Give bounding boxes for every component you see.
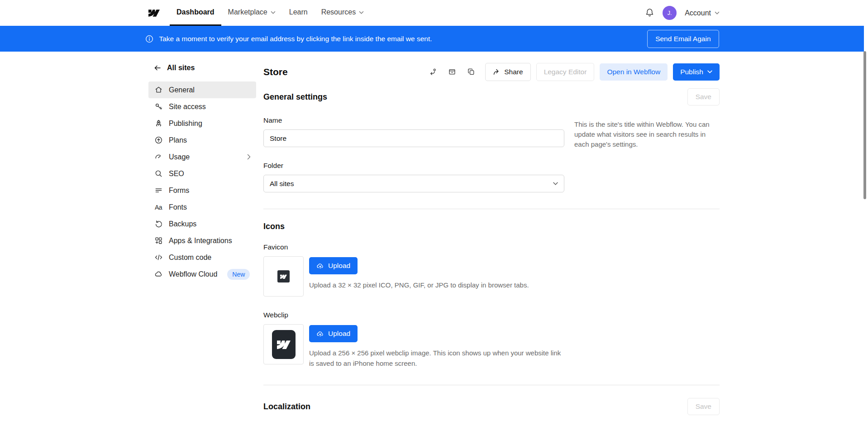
sidebar-item-label: Backups [169, 220, 196, 228]
nav-label: Dashboard [176, 8, 215, 16]
settings-sidebar: All sites General Site access Publishing… [148, 62, 256, 426]
webflow-logo-icon[interactable] [148, 0, 160, 26]
sidebar-item-site-access[interactable]: Site access [148, 98, 256, 115]
banner-message: Take a moment to verify your email addre… [159, 35, 432, 43]
upload-cloud-icon [316, 262, 324, 270]
nav-tab-learn[interactable]: Learn [282, 0, 315, 26]
localization-save-button[interactable]: Save [687, 398, 720, 415]
sidebar-item-label: Webflow Cloud [169, 270, 217, 278]
share-button[interactable]: Share [485, 63, 530, 81]
favicon-preview [263, 256, 304, 297]
page-title: Store [263, 67, 288, 77]
localization-heading: Localization [263, 402, 310, 412]
sidebar-item-label: Apps & Integrations [169, 237, 232, 245]
sidebar-item-label: Custom code [169, 254, 211, 262]
favicon-image [277, 270, 290, 282]
sidebar-item-label: Usage [169, 153, 190, 161]
folder-label: Folder [263, 162, 564, 170]
sidebar-item-apps-integrations[interactable]: Apps & Integrations [148, 232, 256, 249]
section-divider [263, 385, 720, 385]
sidebar-item-webflow-cloud[interactable]: Webflow Cloud New [148, 266, 256, 282]
sidebar-item-forms[interactable]: Forms [148, 182, 256, 199]
favicon-label: Favicon [263, 243, 720, 251]
open-in-webflow-button[interactable]: Open in Webflow [600, 63, 668, 81]
sidebar-item-label: Forms [169, 187, 189, 195]
grid-plus-icon [154, 236, 163, 245]
arrow-left-icon [153, 63, 162, 72]
site-name-input[interactable] [263, 129, 564, 147]
name-help-text: This is the site's title within Webflow.… [574, 116, 720, 149]
account-label: Account [685, 9, 711, 17]
sidebar-item-general[interactable]: General [148, 81, 256, 98]
sidebar-item-label: Site access [169, 103, 206, 111]
notifications-bell-icon[interactable] [645, 8, 654, 18]
general-settings-heading: General settings [263, 92, 327, 102]
sidebar-item-label: Publishing [169, 120, 202, 128]
sidebar-item-fonts[interactable]: Aa Fonts [148, 199, 256, 215]
sidebar-item-label: Fonts [169, 203, 187, 211]
nav-label: Marketplace [228, 8, 267, 16]
upload-cloud-icon [316, 330, 324, 338]
chevron-down-icon [553, 182, 558, 185]
fonts-icon: Aa [154, 203, 163, 212]
sidebar-item-seo[interactable]: SEO [148, 165, 256, 182]
nav-label: Resources [321, 8, 356, 16]
webclip-help-text: Upload a 256 × 256 pixel webclip image. … [309, 348, 563, 369]
name-label: Name [263, 116, 564, 124]
chevron-right-icon [247, 154, 251, 160]
rocket-icon [154, 119, 163, 128]
chevron-down-icon [271, 11, 276, 14]
sidebar-item-publishing[interactable]: Publishing [148, 115, 256, 132]
nav-tab-marketplace[interactable]: Marketplace [221, 0, 282, 26]
general-save-button[interactable]: Save [687, 88, 720, 105]
chevron-down-icon [707, 70, 712, 73]
home-icon [154, 86, 163, 95]
sidebar-item-label: SEO [169, 170, 184, 178]
sidebar-item-label: General [169, 86, 195, 94]
archive-icon[interactable] [445, 65, 459, 79]
share-icon [493, 68, 500, 76]
scrollbar-thumb[interactable] [863, 51, 866, 199]
transfer-site-icon[interactable] [426, 65, 440, 79]
webclip-preview [263, 324, 304, 364]
webclip-upload-button[interactable]: Upload [309, 325, 358, 342]
key-icon [154, 102, 163, 111]
webclip-label: Webclip [263, 311, 720, 319]
sidebar-item-custom-code[interactable]: Custom code [148, 249, 256, 266]
sidebar-item-usage[interactable]: Usage [148, 148, 256, 165]
duplicate-icon[interactable] [464, 65, 478, 79]
section-divider [263, 209, 720, 209]
sidebar-item-label: Plans [169, 136, 187, 144]
webclip-image [272, 330, 296, 359]
send-email-again-button[interactable]: Send Email Again [647, 30, 719, 48]
top-navigation: Dashboard Marketplace Learn Resources J.… [0, 0, 868, 26]
chevron-down-icon [715, 11, 720, 14]
account-menu[interactable]: Account [685, 9, 720, 17]
history-icon [154, 220, 163, 229]
favicon-upload-button[interactable]: Upload [309, 257, 358, 274]
cloud-icon [154, 270, 163, 279]
nav-label: Learn [289, 8, 308, 16]
chevron-down-icon [359, 11, 364, 14]
gauge-icon [154, 153, 163, 162]
email-verification-banner: Take a moment to verify your email addre… [0, 26, 864, 52]
nav-tab-dashboard[interactable]: Dashboard [170, 0, 221, 26]
publish-button[interactable]: Publish [673, 63, 720, 81]
lines-icon [154, 186, 163, 195]
nav-tab-resources[interactable]: Resources [315, 0, 371, 26]
back-to-all-sites[interactable]: All sites [148, 62, 256, 74]
info-icon [145, 35, 153, 43]
search-icon [154, 169, 163, 178]
arrow-up-circle-icon [154, 136, 163, 145]
folder-select[interactable]: All sites [263, 175, 564, 192]
code-icon [154, 253, 163, 262]
sidebar-item-backups[interactable]: Backups [148, 215, 256, 232]
legacy-editor-button[interactable]: Legacy Editor [536, 63, 595, 81]
favicon-help-text: Upload a 32 × 32 pixel ICO, PNG, GIF, or… [309, 280, 529, 291]
back-label: All sites [167, 64, 195, 72]
folder-selected-value: All sites [270, 180, 294, 188]
avatar[interactable]: J. [663, 6, 677, 20]
new-badge: New [227, 269, 250, 280]
sidebar-item-plans[interactable]: Plans [148, 132, 256, 148]
settings-main-panel: Store Share Legacy Editor Open in Webflo… [263, 62, 720, 426]
